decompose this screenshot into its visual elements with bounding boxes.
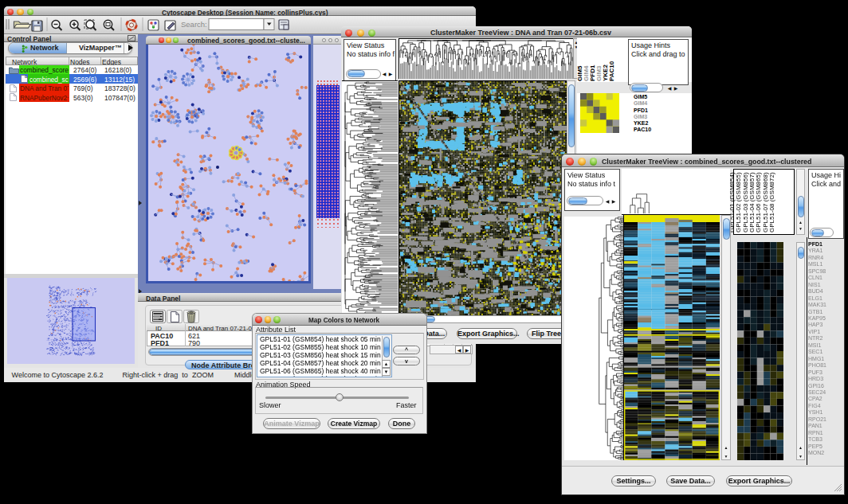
svg-text:Search:: Search:	[181, 20, 207, 29]
